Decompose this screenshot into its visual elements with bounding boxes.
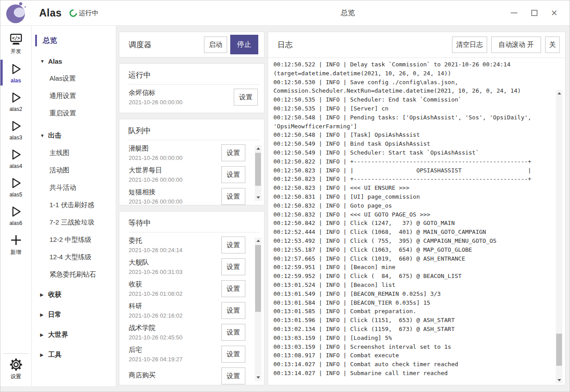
menu-group-收获[interactable]: ▶ 收获	[32, 286, 116, 303]
menu-item-共斗活动[interactable]: 共斗活动	[32, 179, 116, 196]
log-line: 00:12:50.548 | INFO | [Task] OpsiAshAssi…	[273, 131, 552, 139]
scroll-down-icon[interactable]	[556, 377, 562, 384]
menu-item-7-2 三战捡垃圾[interactable]: 7-2 三战捡垃圾	[32, 214, 116, 231]
log-line: 00:12:50.535 | INFO | Scheduler: End tas…	[273, 95, 552, 104]
scroll-down-icon[interactable]	[255, 194, 261, 201]
task-name: 短猫相接	[129, 188, 221, 196]
rail-item-alas6[interactable]: alas6	[0, 201, 31, 229]
task-setting-button[interactable]: 设置	[221, 302, 245, 319]
task-setting-button[interactable]: 设置	[221, 166, 245, 183]
log-line: 00:12:50.535 | INFO | [Server] cn	[273, 104, 552, 113]
rail-item-alas4[interactable]: alas4	[0, 144, 31, 172]
task-setting-button[interactable]: 设置	[221, 280, 245, 297]
scroll-up-icon[interactable]	[255, 237, 261, 244]
log-line: 00:12:59.951 | INFO | [Beacon] mine	[273, 263, 552, 272]
menu-group-工具[interactable]: ▶ 工具	[32, 346, 116, 363]
scroll-thumb[interactable]	[255, 153, 261, 186]
waiting-task-list: 委托 2021-10-26 00:24:14 设置 大舰队 2021-10-26…	[119, 233, 264, 385]
waiting-scrollbar[interactable]	[255, 237, 261, 381]
task-setting-button[interactable]: 设置	[221, 324, 245, 341]
maximize-button[interactable]	[524, 0, 544, 25]
task-next-run-time: 2021-10-26 00:31:03	[129, 269, 221, 275]
task-setting-button[interactable]: 设置	[221, 258, 245, 275]
pending-scrollbar[interactable]	[255, 145, 261, 201]
autoscroll-off-button[interactable]: 关	[545, 37, 560, 53]
menu-group-Alas[interactable]: ▼ Alas	[32, 52, 116, 70]
task-setting-button[interactable]: 设置	[221, 346, 245, 363]
log-line: 00:12:50.832 | INFO | Goto page_os	[273, 201, 552, 210]
task-next-run-time: 2021-10-26 00:00:00	[129, 198, 221, 205]
task-name: 后宅	[129, 346, 221, 354]
scheduler-title: 调度器	[129, 40, 204, 50]
rail-item-alas2[interactable]: alas2	[0, 87, 31, 115]
log-scrollbar[interactable]	[556, 90, 562, 384]
close-button[interactable]: ×	[544, 0, 564, 25]
log-panel: 日志 清空日志 自动滚动 开 关 00:12:50.522 | INFO | D…	[268, 32, 566, 385]
task-setting-button[interactable]: 设置	[234, 89, 258, 106]
rail-item-开发[interactable]: </> 开发	[0, 29, 31, 58]
waiting-title: 等待中	[119, 212, 264, 232]
task-next-run-time: 2021-10-26 00:24:14	[129, 247, 221, 253]
task-next-run-time: 2021-10-26 04:19:27	[129, 356, 221, 363]
rail-item-alas[interactable]: alas	[0, 58, 31, 87]
task-setting-button[interactable]: 设置	[221, 144, 245, 161]
menu-item-通用设置[interactable]: 通用设置	[32, 87, 116, 105]
scroll-thumb[interactable]	[556, 334, 562, 366]
menu-item-1-1 伏击刷好感[interactable]: 1-1 伏击刷好感	[32, 196, 116, 214]
task-setting-button[interactable]: 设置	[221, 188, 245, 205]
rail-item-alas3[interactable]: alas3	[0, 115, 31, 144]
log-line: 00:12:50.522 | INFO | Delay task `Commis…	[273, 60, 552, 78]
log-line: 00:13:03.159 | INFO | [Loading] 5%	[273, 334, 552, 343]
log-line: 00:13:14.027 | INFO | Combat auto check …	[273, 360, 552, 369]
task-row: 委托 2021-10-26 00:24:14 设置	[119, 234, 252, 256]
log-line: 00:12:50.842 | INFO | Click (1247, 37) @…	[273, 219, 552, 228]
menu-item-紧急委托刷钻石[interactable]: 紧急委托刷钻石	[32, 266, 116, 283]
minimize-icon	[511, 12, 517, 13]
scroll-down-icon[interactable]	[255, 374, 261, 381]
scroll-up-icon[interactable]	[255, 145, 261, 152]
task-row: 战术学院 2021-10-26 02:45:50 设置	[119, 322, 252, 343]
clear-log-button[interactable]: 清空日志	[452, 37, 487, 53]
menu-group-日常[interactable]: ▶ 日常	[32, 306, 116, 323]
scheduler-status: 运行中	[69, 9, 99, 17]
task-row: 商店购买 设置	[119, 365, 252, 385]
scroll-up-icon[interactable]	[556, 90, 562, 97]
task-row: 科研 2021-10-26 02:16:02 设置	[119, 300, 252, 322]
page-title: 总览	[341, 8, 355, 18]
task-setting-button[interactable]: 设置	[221, 237, 245, 253]
rail-item-settings[interactable]: 设置	[0, 354, 31, 384]
scheduler-panel: 调度器 启动 停止	[119, 32, 265, 57]
task-row: 短猫相接 2021-10-26 00:00:00 设置	[119, 186, 252, 205]
log-line: 00:13:02.134 | INFO | Click (1159, 673) …	[273, 325, 552, 334]
window-controls: ×	[504, 0, 564, 25]
minimize-button[interactable]	[504, 0, 524, 25]
task-name: 战术学院	[129, 324, 221, 332]
task-next-run-time: 2021-10-26 00:00:00	[129, 176, 221, 183]
menu-group-大世界[interactable]: ▶ 大世界	[32, 326, 116, 343]
menu-item-overview[interactable]: 总览	[32, 33, 116, 48]
log-line: 00:13:01.585 | INFO | Combat preparation…	[273, 307, 552, 316]
menu-item-Alas设置[interactable]: Alas设置	[32, 70, 116, 87]
task-row: 大世界每日 2021-10-26 00:00:00 设置	[119, 164, 252, 186]
status-text: 运行中	[79, 9, 99, 17]
start-button[interactable]: 启动	[204, 37, 227, 53]
scroll-thumb[interactable]	[255, 245, 261, 312]
menu-group-出击[interactable]: ▼ 出击	[32, 127, 116, 144]
log-line: 00:13:14.027 | INFO | Submarine call tim…	[273, 369, 552, 378]
task-row: 收获 2021-10-26 01:08:02 设置	[119, 278, 252, 300]
stop-button[interactable]: 停止	[230, 35, 258, 54]
rail-item-alas5[interactable]: alas5	[0, 172, 31, 201]
menu-item-12-2 中型练级[interactable]: 12-2 中型练级	[32, 231, 116, 249]
log-line: 00:12:50.823 | INFO | +-----------------…	[273, 175, 552, 184]
menu-item-主线图[interactable]: 主线图	[32, 144, 116, 162]
waiting-panel: 等待中 委托 2021-10-26 00:24:14 设置 大舰队 2021-1…	[119, 211, 265, 385]
menu-item-重启设置[interactable]: 重启设置	[32, 105, 116, 122]
autoscroll-on-button[interactable]: 自动滚动 开	[491, 37, 541, 53]
menu-item-12-4 大型练级[interactable]: 12-4 大型练级	[32, 249, 116, 266]
task-row: 潜艇图 2021-10-26 00:00:00 设置	[119, 142, 252, 164]
rail-item-新增[interactable]: 新增	[0, 229, 31, 259]
menu-item-活动图[interactable]: 活动图	[32, 162, 116, 179]
expand-triangle-icon: ▼	[40, 59, 48, 64]
task-setting-button[interactable]: 设置	[221, 368, 245, 384]
log-line: 00:12:59.952 | INFO | Click ( 84, 675) @…	[273, 272, 552, 281]
